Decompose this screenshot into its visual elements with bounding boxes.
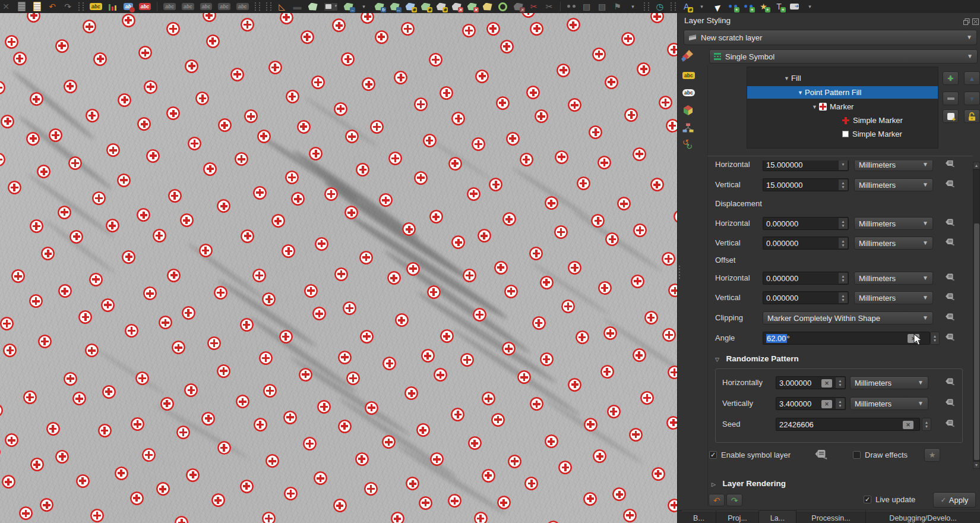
undo-style-button[interactable]: ↶ [709,494,725,506]
callouts-tab-icon[interactable]: abc [682,87,695,96]
data-defined-button[interactable] [945,273,954,283]
data-defined-button[interactable] [945,218,954,228]
current-edits-combo[interactable]: ▾ [324,1,338,12]
labeling-options-icon[interactable] [108,1,118,12]
unit-dropdown[interactable]: Millimeters▼ [854,158,933,171]
value-spinbox[interactable]: 0.000000▲▼ [763,291,849,304]
spin-down-icon[interactable]: ▼ [841,279,845,282]
tree-row-fill[interactable]: ▼ Fill [747,72,938,84]
randomize-pattern-header[interactable]: ▽ Randomize Pattern [715,354,799,363]
undo-icon[interactable]: ↶ [48,1,57,12]
clear-value-icon[interactable]: ✕ [821,379,832,387]
tree-row-simple-marker-cross[interactable]: Simple Marker [747,114,938,127]
rotate-feature-icon[interactable]: ↻ [375,1,384,12]
layers-stack-icon[interactable]: ▤ [582,1,592,12]
labeling-icon[interactable]: abc [90,1,102,12]
angle-spinbox[interactable]: 62.00 °✕ [763,332,930,345]
vertex-tool-icon[interactable]: ▶ [713,1,722,12]
rotate-label-icon[interactable]: abc [218,1,230,12]
spin-down-icon[interactable]: ▼ [841,185,845,189]
remove-vertex-icon[interactable]: + [744,1,753,12]
tree-row-simple-marker-square[interactable]: Simple Marker [747,128,938,140]
offset-curve-icon[interactable] [498,1,508,12]
spin-down-icon[interactable]: ▼ [925,425,928,429]
map-canvas[interactable] [0,13,677,523]
measure-icon[interactable]: ◺ [277,1,287,12]
symbology-tab-icon[interactable] [680,49,694,65]
value-spinbox[interactable]: 0.000000▲▼ [763,272,849,285]
data-defined-button[interactable] [945,313,954,323]
spin-down-icon[interactable]: ▼ [841,298,845,302]
spin-down-icon[interactable]: ▼ [841,163,845,166]
text-annotation-icon[interactable]: T+ [774,1,784,12]
data-defined-button[interactable] [945,292,954,303]
bottom-tab-2[interactable]: Proj... [716,511,759,523]
spin-up-icon[interactable]: ▲ [933,335,937,338]
value-spinbox[interactable]: 0.000000▲▼ [763,237,849,250]
value-spinbox[interactable]: 15.000000▲▼ [763,178,849,191]
diagrams-tab-icon[interactable] [682,123,694,135]
close-panel-icon[interactable] [972,18,979,24]
spin-down-icon[interactable]: ▼ [933,339,937,342]
seed-spinbox[interactable]: 22426606✕ [776,418,920,431]
scrollbar-up-icon[interactable]: ▲ [973,162,980,169]
data-defined-button[interactable] [945,333,954,343]
merge-attributes-icon[interactable] [567,1,576,12]
new-layout-icon[interactable] [32,1,42,12]
spin-up-icon[interactable]: ▲ [925,421,928,424]
enable-data-defined-icon[interactable] [814,449,827,462]
expand-arrow-icon[interactable]: ▼ [798,90,805,96]
flag-icon[interactable]: ⚑ [613,1,622,12]
3d-view-tab-icon[interactable] [682,105,694,118]
scrollbar-down-icon[interactable]: ▼ [973,461,980,469]
spin-down-icon[interactable]: ▼ [841,224,845,228]
unit-dropdown[interactable]: Millimeters▼ [854,237,933,250]
dropdown-arrow-icon[interactable]: ▾ [697,1,707,12]
move-up-button[interactable]: ▲ [964,71,980,85]
unit-dropdown[interactable]: Millimeters▼ [850,376,928,389]
add-ring-icon[interactable]: ✱ [406,1,415,12]
balloon-annotation-icon[interactable]: ➔ [790,1,799,12]
spin-down-icon[interactable]: ▼ [838,404,842,408]
redo-icon[interactable]: ↷ [63,1,72,12]
move-feature-icon[interactable]: → [344,1,353,12]
data-defined-button[interactable] [945,398,954,408]
spinner-buttons[interactable]: ▲▼ [836,398,845,409]
highlight-labels-icon[interactable]: abc [139,1,151,12]
layers-order-icon[interactable]: ▤ [598,1,607,12]
layer-rendering-header[interactable]: ▷ Layer Rendering [712,479,786,488]
expand-arrow-icon[interactable]: ▷ [712,481,716,487]
delete-part-icon[interactable]: ✕ [467,1,477,12]
clear-value-icon[interactable]: ✕ [908,334,919,343]
spin-up-icon[interactable]: ▲ [838,400,842,404]
add-symbol-layer-button[interactable]: + [943,71,959,85]
redo-style-button[interactable]: ↷ [726,494,742,506]
labels-tab-icon[interactable]: abc [682,70,695,79]
change-label-icon[interactable]: abc [236,1,249,12]
clipping-dropdown[interactable]: Marker Completely Within Shape▼ [763,311,933,324]
clear-value-icon[interactable]: ✕ [903,421,913,429]
delete-ring-icon[interactable]: ✕ [452,1,461,12]
value-spinbox[interactable]: 0.000000▲▼ [763,217,849,230]
apply-button[interactable]: ✓ Apply [933,492,976,508]
spinner-buttons[interactable]: ▲▼ [922,418,931,431]
unit-dropdown[interactable]: Millimeters▼ [854,178,933,191]
collapse-arrow-icon[interactable]: ▽ [715,357,719,363]
favorites-star-icon[interactable]: ★+ [759,1,769,12]
bottom-tab-1[interactable]: B... [682,511,716,523]
unit-dropdown[interactable]: Millimeters▼ [854,291,933,304]
dropdown-arrow-icon[interactable]: ▾ [628,1,638,12]
spin-down-icon[interactable]: ▼ [838,383,842,387]
split-features-icon[interactable]: ✂ [529,1,539,12]
split-parts-icon[interactable]: ✕ [514,1,523,12]
spinner-buttons[interactable]: ▲▼ [839,238,848,248]
spin-up-icon[interactable]: ▲ [841,181,845,185]
temporal-controller-icon[interactable]: ◷ [655,1,665,12]
scrollbar-thumb[interactable] [974,223,979,460]
digitize-icon[interactable] [308,1,318,12]
move-down-button[interactable]: ▼ [964,92,980,105]
remove-symbol-layer-button[interactable] [943,92,959,105]
label-toolbar-icon[interactable]: A✱ [682,1,691,12]
spinner-buttons[interactable]: ▲▼ [839,292,848,303]
data-defined-button[interactable] [945,179,954,190]
